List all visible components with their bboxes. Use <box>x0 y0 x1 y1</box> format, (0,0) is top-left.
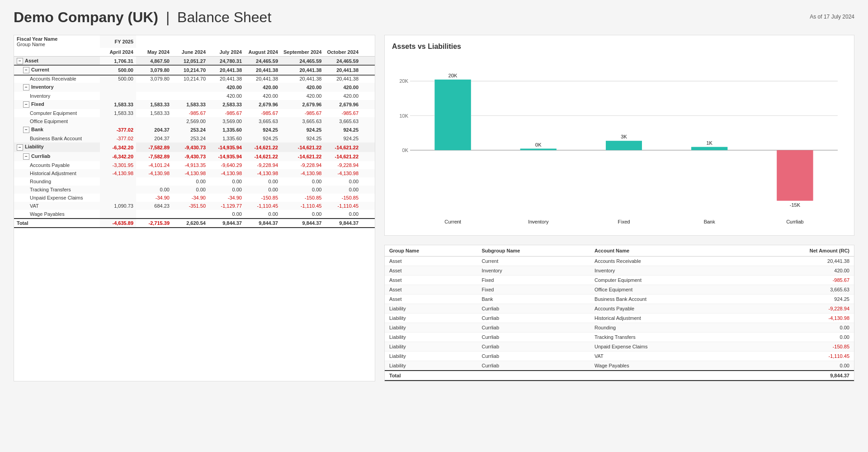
row-label: Business Bank Account <box>14 134 100 143</box>
fiscal-year-row: Fiscal Year Name Group Name FY 2025 <box>14 35 375 48</box>
bt-cell-amount: -985.67 <box>738 276 854 285</box>
row-value <box>100 83 136 92</box>
row-value: -4,635.89 <box>100 219 136 228</box>
row-value: 2,583.33 <box>208 100 245 109</box>
separator: | <box>166 9 170 25</box>
bt-cell-group: Liability <box>385 333 477 342</box>
row-value: -1,110.45 <box>324 202 361 210</box>
row-value <box>361 125 375 134</box>
bt-cell-account: Unpaid Expense Claims <box>590 342 738 352</box>
col-july <box>208 35 245 48</box>
row-value <box>100 92 136 100</box>
th-oct[interactable]: October 2024 <box>324 48 361 57</box>
row-label[interactable]: −Current <box>14 66 100 75</box>
bottom-table-container: Group Name Subgroup Name Account Name Ne… <box>384 245 854 381</box>
bt-cell-account: Inventory <box>590 266 738 276</box>
row-label[interactable]: −Bank <box>14 125 100 134</box>
row-value <box>361 75 375 83</box>
collapse-icon[interactable]: − <box>17 58 23 64</box>
row-value: 1,583.33 <box>136 100 172 109</box>
row-label: Accounts Payable <box>14 161 100 169</box>
row-value: 0.00 <box>208 186 245 194</box>
table-row: Computer Equipment1,583.331,583.33-985.6… <box>14 109 375 117</box>
row-value: 924.25 <box>281 134 324 143</box>
bt-cell-amount: 3,665.63 <box>738 285 854 295</box>
row-value: -9,430.73 <box>172 143 208 152</box>
th-jul[interactable]: July 2024 <box>208 48 245 57</box>
table-row: Business Bank Account-377.02204.37253.24… <box>14 134 375 143</box>
collapse-icon[interactable]: − <box>23 127 29 133</box>
bar-currliab[interactable] <box>777 150 813 201</box>
row-label[interactable]: −Inventory <box>14 83 100 92</box>
list-item: AssetFixedOffice Equipment3,665.63 <box>385 285 854 295</box>
row-value: 2,679.96 <box>245 100 281 109</box>
row-label[interactable]: Total <box>14 219 100 228</box>
page-title: Demo Company (UK) | Balance Sheet <box>14 9 271 26</box>
bar-current[interactable] <box>435 80 471 150</box>
row-value: 24,465.59 <box>281 57 324 66</box>
row-value: 420.00 <box>324 83 361 92</box>
bt-cell-account: Computer Equipment <box>590 276 738 285</box>
row-value: -4,130.98 <box>208 169 245 177</box>
row-value: -2,715.39 <box>136 219 172 228</box>
row-value: -14,935.94 <box>208 152 245 161</box>
svg-text:20K: 20K <box>448 73 458 78</box>
row-value: 420.00 <box>245 83 281 92</box>
collapse-icon[interactable]: − <box>23 67 29 73</box>
bar-inventory[interactable] <box>520 149 557 150</box>
row-label: Tracking Transfers <box>14 186 100 194</box>
bt-cell-group: Liability <box>385 352 477 361</box>
row-label[interactable]: −Currliab <box>14 152 100 161</box>
bt-cell-subgroup: Fixed <box>477 276 590 285</box>
bt-cell-amount: 420.00 <box>738 266 854 276</box>
collapse-icon[interactable]: − <box>17 144 23 151</box>
row-value: -14,935.94 <box>208 143 245 152</box>
th-sep[interactable]: September 2024 <box>281 48 324 57</box>
row-value: 3,569.00 <box>208 117 245 125</box>
row-value: 0.00 <box>324 186 361 194</box>
row-value <box>361 134 375 143</box>
bt-cell-amount: -9,228.94 <box>738 304 854 314</box>
th-label <box>14 48 100 57</box>
collapse-icon[interactable]: − <box>23 84 29 90</box>
bt-cell-group: Asset <box>385 266 477 276</box>
table-row: −Current500.003,079.8010,214.7020,441.38… <box>14 66 375 75</box>
row-value: -1,129.77 <box>208 202 245 210</box>
th-no[interactable]: No... <box>361 48 375 57</box>
bt-col-group: Group Name <box>385 245 477 257</box>
row-value <box>361 92 375 100</box>
col-may <box>136 35 172 48</box>
row-value <box>361 210 375 219</box>
col-oct <box>324 35 361 48</box>
total-label: Total <box>385 371 738 381</box>
bar-fixed[interactable] <box>606 141 642 150</box>
th-aug[interactable]: August 2024 <box>245 48 281 57</box>
row-value: 3,665.63 <box>281 117 324 125</box>
row-value: 0.00 <box>281 210 324 219</box>
row-value <box>172 92 208 100</box>
table-row: −Liability-6,342.20-7,582.89-9,430.73-14… <box>14 143 375 152</box>
list-item: LiabilityCurrliabWage Payables0.00 <box>385 361 854 371</box>
bt-cell-account: Business Bank Account <box>590 295 738 304</box>
row-value: 420.00 <box>245 92 281 100</box>
row-value: -4,130.98 <box>324 169 361 177</box>
th-apr[interactable]: April 2024 <box>100 48 136 57</box>
bar-bank[interactable] <box>691 147 727 150</box>
row-label[interactable]: −Asset <box>14 57 100 66</box>
chart-area: 20K10K0K20KCurrent0KInventory3KFixed1KBa… <box>392 56 847 228</box>
col-june <box>172 35 208 48</box>
row-value <box>361 202 375 210</box>
row-label[interactable]: −Liability <box>14 143 100 152</box>
bt-cell-account: Wage Payables <box>590 361 738 371</box>
collapse-icon[interactable]: − <box>23 101 29 108</box>
collapse-icon[interactable]: − <box>23 153 29 160</box>
th-jun[interactable]: June 2024 <box>172 48 208 57</box>
row-value <box>136 177 172 186</box>
list-item: AssetCurrentAccounts Receivable20,441.38 <box>385 257 854 266</box>
as-of-date: As of 17 July 2024 <box>810 14 854 20</box>
row-value: 1,583.33 <box>100 100 136 109</box>
row-label[interactable]: −Fixed <box>14 100 100 109</box>
th-may[interactable]: May 2024 <box>136 48 172 57</box>
row-value: -4,913.35 <box>172 161 208 169</box>
col-sep <box>281 35 324 48</box>
